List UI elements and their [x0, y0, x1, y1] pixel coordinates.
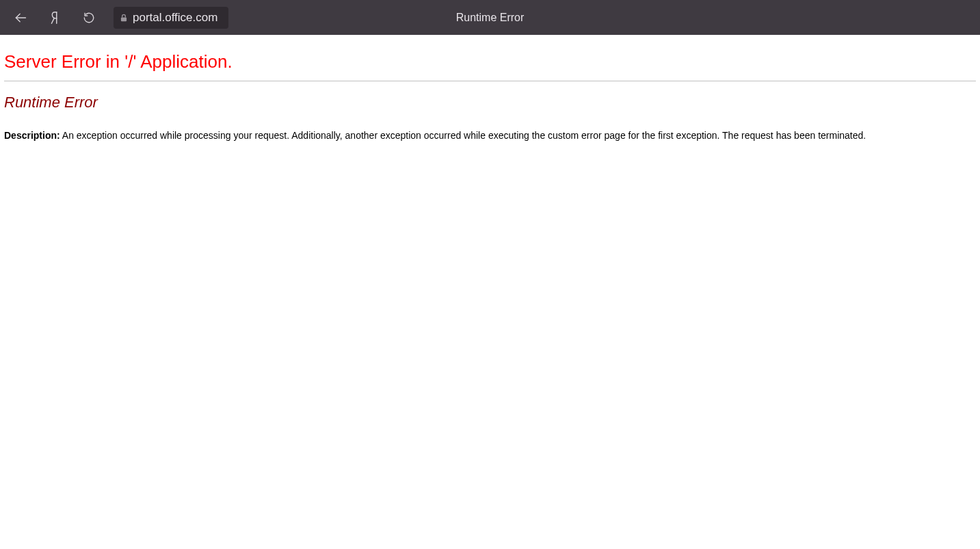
- svg-rect-1: [121, 17, 127, 21]
- url-text: portal.office.com: [133, 11, 223, 25]
- description-line: Description: An exception occurred while…: [4, 129, 976, 143]
- reload-icon: [83, 12, 95, 24]
- back-arrow-icon: [14, 11, 27, 25]
- lock-icon: [119, 12, 129, 23]
- description-text: An exception occurred while processing y…: [62, 130, 866, 141]
- yandex-button[interactable]: [42, 5, 67, 30]
- server-error-heading: Server Error in '/' Application.: [4, 51, 976, 72]
- back-button[interactable]: [8, 5, 33, 30]
- divider: [4, 81, 976, 81]
- browser-toolbar: portal.office.com Runtime Error: [0, 0, 980, 35]
- tab-title: Runtime Error: [456, 12, 525, 24]
- reload-button[interactable]: [77, 5, 101, 30]
- address-bar[interactable]: portal.office.com: [114, 7, 228, 29]
- yandex-icon: [49, 10, 61, 25]
- page-content: Server Error in '/' Application. Runtime…: [0, 35, 980, 147]
- description-label: Description:: [4, 130, 60, 141]
- runtime-error-heading: Runtime Error: [4, 94, 976, 111]
